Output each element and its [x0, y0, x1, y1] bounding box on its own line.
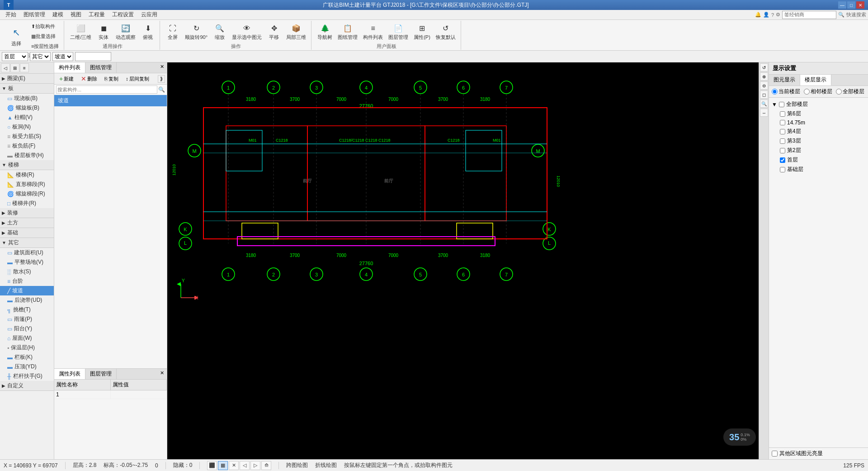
sidebar-section-zhuangxiu[interactable]: ▶ 装修	[0, 208, 54, 218]
sidebar-item-yading[interactable]: ▬压顶(YD)	[0, 362, 54, 371]
delete-component-button[interactable]: ✕删除	[78, 74, 100, 83]
sidebar-item-banshoujin[interactable]: ≡板受力筋(S)	[0, 132, 54, 141]
canvas-tool-6[interactable]: ↔	[760, 109, 768, 117]
sidebar-item-loudaiban[interactable]: ▬楼层板带(H)	[0, 151, 54, 160]
floor-3-checkbox[interactable]	[780, 138, 785, 144]
canvas-area[interactable]: ↺ ⊕ ⊖ ◻ 🔍 ↔ 1 2 3 4 5 6	[167, 62, 769, 459]
dynamic-view-button[interactable]: 🔄 动态观察	[113, 22, 138, 42]
tab-floor-display[interactable]: 楼层显示	[800, 75, 831, 86]
sidebar-item-tiaoyan[interactable]: ╗挑檐(T)	[0, 305, 54, 314]
show-selected-button[interactable]: 👁 显示选中图元	[230, 22, 264, 42]
tab-attributes[interactable]: 属性列表	[54, 369, 85, 379]
expand-btn[interactable]: ⟫	[158, 75, 165, 83]
floor-4-checkbox[interactable]	[780, 129, 785, 134]
sidebar-item-louti[interactable]: 📐楼梯(R)	[0, 170, 54, 180]
sidebar-nav-btn-2[interactable]: ⊞	[10, 63, 19, 72]
all-floors-checkbox[interactable]	[779, 102, 784, 107]
all-floors-header[interactable]: ▼ 全部楼层	[771, 100, 866, 109]
fullscreen-button[interactable]: ⛶ 全屏	[164, 22, 182, 42]
sidebar-item-loutijing[interactable]: □楼梯井(R)	[0, 199, 54, 208]
close-button[interactable]: ✕	[856, 1, 864, 9]
floor-foundation-checkbox[interactable]	[780, 167, 785, 172]
menu-item-drawing[interactable]: 图纸管理	[20, 10, 49, 19]
sidebar-section-tufang[interactable]: ▶ 土方	[0, 218, 54, 228]
search-header-input[interactable]: 签经销商	[782, 11, 836, 19]
select-button[interactable]: ↖ 选择	[5, 23, 28, 49]
sidebar-item-xianjiaob[interactable]: ▭现浇板(B)	[0, 94, 54, 103]
sidebar-section-ban[interactable]: ▼ 板	[0, 84, 54, 94]
sidebar-item-yupeng[interactable]: ▭雨篷(P)	[0, 314, 54, 324]
menu-item-model[interactable]: 建模	[49, 10, 67, 19]
option-all-floors[interactable]: 全部楼层	[836, 88, 864, 95]
sidebar-section-qiangliang[interactable]: ▶ 圈梁(E)	[0, 74, 54, 84]
menu-item-settings[interactable]: 工程设置	[108, 10, 137, 19]
status-btn-4[interactable]: ◁	[240, 461, 250, 470]
sidebar-item-baowenceng[interactable]: ▪保温层(H)	[0, 343, 54, 352]
search-btn[interactable]: 🔍	[838, 12, 844, 18]
drawing-mgmt-button[interactable]: 📋 图纸管理	[335, 22, 360, 42]
sidebar-item-yangtai[interactable]: ▭阳台(Y)	[0, 324, 54, 333]
sidebar-section-qita[interactable]: ▼ 其它	[0, 238, 54, 248]
restore-default-button[interactable]: ↺ 恢复默认	[434, 22, 458, 42]
pick-component-button[interactable]: ⬆ 抬取构件	[29, 22, 61, 31]
component-select[interactable]: 坡道	[52, 52, 73, 61]
sidebar-item-banfujin[interactable]: ≡板负筋(F)	[0, 141, 54, 151]
sidebar-item-houjiaodai[interactable]: ▬后浇带(UD)	[0, 295, 54, 305]
rotate-button[interactable]: ↻ 顺旋转90°	[183, 22, 210, 42]
option-current-floor[interactable]: 当前楼层	[772, 88, 800, 95]
status-btn-1[interactable]: ⬛	[207, 461, 217, 470]
tab-component-list[interactable]: 构件列表	[54, 62, 85, 73]
sidebar-item-zhumao[interactable]: ▲柱帽(V)	[0, 113, 54, 122]
status-btn-6[interactable]: ⟰	[261, 461, 271, 470]
2d3d-button[interactable]: ⬜ 二维/三维	[68, 22, 94, 42]
floor-select[interactable]: 首层 第2层 第3层 第4层 基础层	[2, 52, 28, 61]
layer-mgmt-button[interactable]: 📄 图层管理	[386, 22, 410, 42]
new-component-button[interactable]: +新建	[56, 74, 77, 83]
status-btn-3[interactable]: ✕	[229, 461, 239, 470]
sidebar-item-jianzhumianji[interactable]: ▭建筑面积(U)	[0, 248, 54, 257]
component-list-button[interactable]: ≡ 构件列表	[361, 22, 385, 42]
option-adjacent-floor[interactable]: 相邻楼层	[804, 88, 832, 95]
floor-6-checkbox[interactable]	[780, 111, 785, 117]
component-search-input[interactable]	[56, 86, 157, 94]
sidebar-section-zidingyi[interactable]: ▶ 自定义	[0, 381, 54, 391]
minimize-button[interactable]: —	[838, 1, 846, 9]
properties-button[interactable]: ⊞ 属性(P)	[411, 22, 433, 42]
canvas-tool-1[interactable]: ↺	[760, 63, 768, 71]
close-middle-top-btn[interactable]: ✕	[157, 62, 167, 73]
sidebar-item-taijie[interactable]: ≡台阶	[0, 276, 54, 286]
sidebar-item-lanban[interactable]: ▬栏板(K)	[0, 352, 54, 362]
sidebar-item-luoxuanb[interactable]: 🌀螺旋板(B)	[0, 103, 54, 113]
tab-element-display[interactable]: 图元显示	[769, 75, 800, 86]
category-select[interactable]: 其它	[30, 52, 51, 61]
sidebar-item-zhixingti[interactable]: 📐直形梯段(R)	[0, 180, 54, 189]
filter-input[interactable]	[75, 52, 111, 61]
menu-item-view[interactable]: 视图	[67, 10, 85, 19]
tab-drawing-mgmt[interactable]: 图纸管理	[85, 62, 117, 73]
sidebar-item-luoxuanti[interactable]: 🌀螺旋梯段(R)	[0, 189, 54, 199]
local-3d-button[interactable]: 📦 局部三维	[284, 22, 308, 42]
status-btn-5[interactable]: ▷	[250, 461, 260, 470]
canvas-tool-3[interactable]: ⊖	[760, 81, 768, 90]
menu-item-quantity[interactable]: 工程量	[85, 10, 108, 19]
close-middle-bottom-btn[interactable]: ✕	[157, 369, 167, 379]
layer-select-button[interactable]: ≡ 按层性选择	[29, 42, 61, 51]
sidebar-item-wumian[interactable]: ⌂屋面(W)	[0, 333, 54, 343]
nav-tree-button[interactable]: 🌲 导航树	[315, 22, 335, 42]
copy-component-button[interactable]: ⎘复制	[101, 75, 122, 83]
zoom-button[interactable]: 🔍 缩放	[211, 22, 229, 42]
menu-item-cloud[interactable]: 云应用	[137, 10, 161, 19]
status-btn-2[interactable]: ▦	[218, 461, 228, 470]
canvas-tool-4[interactable]: ◻	[760, 90, 768, 99]
pan-button[interactable]: ✥ 平移	[265, 22, 283, 42]
floor-1-checkbox[interactable]	[780, 157, 785, 163]
list-item-podao[interactable]: 坡道	[54, 95, 167, 106]
sidebar-item-pingzheng[interactable]: ▬平整场地(V)	[0, 257, 54, 267]
canvas-tool-2[interactable]: ⊕	[760, 72, 768, 81]
floor-1475-checkbox[interactable]	[780, 120, 785, 125]
other-area-highlight-checkbox[interactable]	[772, 451, 778, 457]
sidebar-section-louti[interactable]: ▼ 楼梯	[0, 160, 54, 170]
solid-button[interactable]: ◼ 实体	[94, 22, 113, 42]
floor-copy-button[interactable]: ↕层间复制	[123, 75, 152, 83]
sidebar-nav-btn-1[interactable]: ◁	[1, 63, 10, 72]
